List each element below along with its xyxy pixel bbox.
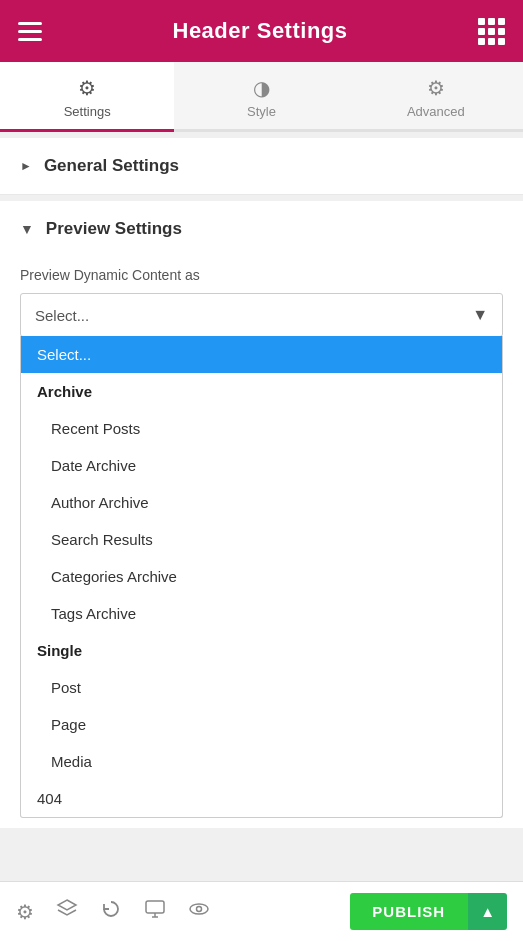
dropdown-option-categories-archive[interactable]: Categories Archive: [21, 558, 502, 595]
general-settings-header[interactable]: ► General Settings: [0, 138, 523, 195]
tabs-bar: Settings Style Advanced: [0, 62, 523, 132]
dropdown-option-page[interactable]: Page: [21, 706, 502, 743]
svg-marker-0: [58, 900, 76, 910]
bottom-history-icon[interactable]: [100, 898, 122, 925]
general-settings-arrow-icon: ►: [20, 159, 32, 173]
style-tab-icon: [253, 76, 270, 100]
dropdown-option-404[interactable]: 404: [21, 780, 502, 817]
dropdown-wrapper: Select... ▼ Select... Archive Recent Pos…: [20, 293, 503, 818]
settings-tab-icon: [78, 76, 96, 100]
publish-group: PUBLISH ▲: [350, 893, 507, 930]
dropdown-option-date-archive[interactable]: Date Archive: [21, 447, 502, 484]
tab-settings-label: Settings: [64, 104, 111, 119]
dropdown-option-recent-posts[interactable]: Recent Posts: [21, 410, 502, 447]
tab-advanced-label: Advanced: [407, 104, 465, 119]
dropdown-option-search-results[interactable]: Search Results: [21, 521, 502, 558]
dropdown-option-tags-archive[interactable]: Tags Archive: [21, 595, 502, 632]
top-bar: Header Settings: [0, 0, 523, 62]
bottom-monitor-icon[interactable]: [144, 898, 166, 925]
svg-point-5: [197, 907, 202, 912]
preview-settings-section: ▼ Preview Settings Preview Dynamic Conte…: [0, 201, 523, 828]
dropdown-option-author-archive[interactable]: Author Archive: [21, 484, 502, 521]
dropdown-group-single: Single: [21, 632, 502, 669]
hamburger-menu-icon[interactable]: [18, 22, 42, 41]
tab-settings[interactable]: Settings: [0, 62, 174, 129]
publish-dropdown-button[interactable]: ▲: [467, 893, 507, 930]
publish-button[interactable]: PUBLISH: [350, 893, 467, 930]
preview-settings-arrow-icon: ▼: [20, 221, 34, 237]
dropdown-selected-value: Select...: [35, 307, 89, 324]
bottom-settings-icon[interactable]: [16, 900, 34, 924]
grid-menu-icon[interactable]: [478, 18, 505, 45]
dropdown-option-select[interactable]: Select...: [21, 336, 502, 373]
dropdown-option-post[interactable]: Post: [21, 669, 502, 706]
bottom-layers-icon[interactable]: [56, 898, 78, 925]
svg-rect-1: [146, 901, 164, 913]
dropdown-option-media[interactable]: Media: [21, 743, 502, 780]
tab-advanced[interactable]: Advanced: [349, 62, 523, 129]
preview-settings-title: Preview Settings: [46, 219, 182, 239]
general-settings-title: General Settings: [44, 156, 179, 176]
bottom-icons-group: [16, 898, 350, 925]
bottom-bar: PUBLISH ▲: [0, 881, 523, 941]
dropdown-list: Select... Archive Recent Posts Date Arch…: [20, 336, 503, 818]
bottom-eye-icon[interactable]: [188, 898, 210, 925]
advanced-tab-icon: [427, 76, 445, 100]
tab-style[interactable]: Style: [174, 62, 348, 129]
tab-style-label: Style: [247, 104, 276, 119]
general-settings-section: ► General Settings: [0, 138, 523, 195]
dropdown-arrow-icon: ▼: [472, 306, 488, 324]
svg-point-4: [190, 904, 208, 914]
preview-dynamic-label: Preview Dynamic Content as: [20, 267, 503, 283]
preview-content-area: Preview Dynamic Content as Select... ▼ S…: [0, 257, 523, 818]
dropdown-select[interactable]: Select... ▼: [20, 293, 503, 337]
page-title: Header Settings: [173, 18, 348, 44]
dropdown-group-archive: Archive: [21, 373, 502, 410]
preview-settings-header[interactable]: ▼ Preview Settings: [0, 201, 523, 257]
